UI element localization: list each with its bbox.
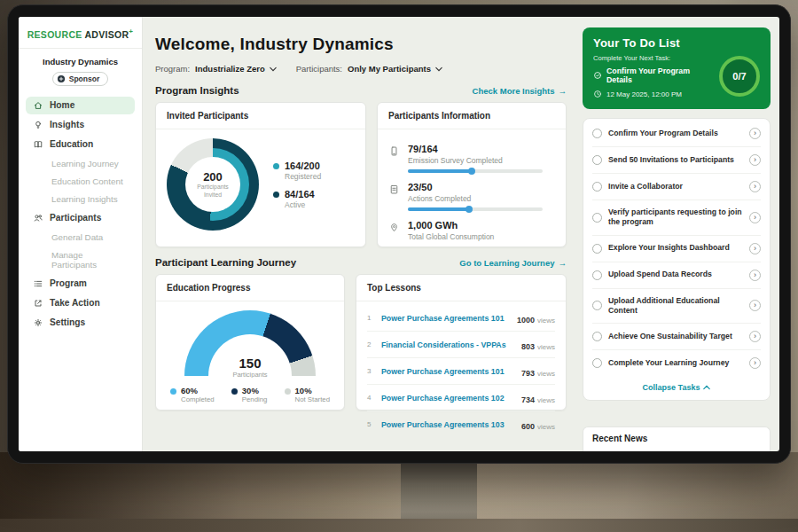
learning-journey-header: Participant Learning Journey Go to Learn…	[155, 257, 567, 268]
sidebar-nav: Home Insights Education Learning Journey…	[19, 92, 142, 336]
legend-item: 30% Pending	[231, 386, 268, 403]
chevron-right-icon[interactable]: ›	[749, 181, 761, 192]
people-icon	[33, 213, 43, 223]
lesson-link[interactable]: Power Purchase Agreements 101	[381, 314, 510, 323]
sponsor-label: Sponsor	[69, 74, 99, 83]
chevron-right-icon[interactable]: ›	[749, 212, 761, 223]
legend-label: Not Started	[295, 395, 330, 403]
sidebar-item-education[interactable]: Education	[26, 136, 135, 153]
checkbox-icon[interactable]	[592, 301, 602, 310]
org-name: Industry Dynamics	[19, 57, 142, 66]
sidebar-item-take-action[interactable]: Take Action	[26, 294, 135, 312]
chevron-right-icon[interactable]: ›	[749, 270, 761, 281]
checkbox-icon[interactable]	[592, 358, 602, 368]
home-icon	[33, 100, 43, 111]
monitor-frame: RESOURCE ADVISOR+ Industry Dynamics Spon…	[7, 4, 791, 464]
consumption-icon	[388, 222, 400, 233]
todo-item[interactable]: Explore Your Insights Dashboard ›	[592, 236, 761, 262]
card-title: Top Lessons	[356, 275, 566, 301]
chevron-right-icon[interactable]: ›	[749, 154, 761, 166]
check-more-insights-link[interactable]: Check More Insights →	[473, 86, 567, 96]
go-to-learning-journey-link[interactable]: Go to Learning Journey →	[459, 258, 567, 268]
program-select[interactable]: Industrialize Zero	[195, 64, 277, 74]
lesson-row: 1 Power Purchase Agreements 101 1000view…	[367, 305, 555, 332]
sidebar-item-insights[interactable]: Insights	[26, 116, 135, 134]
sidebar-item-general-data[interactable]: General Data	[26, 229, 135, 246]
sidebar-item-manage-participants[interactable]: Manage Participants	[26, 246, 135, 273]
lesson-rank: 1	[367, 314, 374, 322]
lesson-row: 4 Power Purchase Agreements 102 734views	[367, 385, 555, 411]
sidebar-item-label: Settings	[50, 317, 85, 327]
sidebar-item-label: Learning Insights	[51, 194, 118, 204]
donut-center-value: 200	[203, 170, 223, 184]
sidebar-item-label: Education	[50, 139, 93, 149]
next-task[interactable]: Confirm Your Program Details	[593, 66, 716, 84]
participants-filter-label: Participants:	[296, 64, 342, 74]
checkbox-icon[interactable]	[592, 129, 602, 138]
todo-item-label: Complete Your Learning Journey	[608, 358, 743, 368]
sidebar: RESOURCE ADVISOR+ Industry Dynamics Spon…	[19, 17, 143, 451]
stat-label: Actions Completed	[408, 194, 543, 203]
sidebar-item-home[interactable]: Home	[26, 97, 135, 114]
sidebar-item-label: Home	[50, 100, 74, 110]
sponsor-badge[interactable]: Sponsor	[52, 72, 108, 86]
todo-item[interactable]: Send 50 Invitations to Participants ›	[592, 147, 761, 174]
lesson-views: 1000	[517, 316, 535, 325]
todo-item[interactable]: Upload Additional Educational Content ›	[592, 289, 761, 325]
checkbox-icon[interactable]	[592, 182, 602, 192]
checkbox-icon[interactable]	[592, 270, 602, 280]
filter-bar: Program: Industrialize Zero Participants…	[155, 64, 567, 74]
todo-list-card: Confirm Your Program Details › Send 50 I…	[583, 118, 771, 401]
sidebar-item-participants[interactable]: Participants	[26, 209, 135, 227]
views-word: views	[537, 423, 555, 431]
sidebar-item-education-content[interactable]: Education Content	[26, 173, 135, 190]
chevron-right-icon[interactable]: ›	[749, 357, 761, 369]
chevron-right-icon[interactable]: ›	[749, 331, 761, 342]
todo-item[interactable]: Verify participants requesting to join t…	[592, 200, 761, 236]
sidebar-item-label: Participants	[50, 213, 101, 223]
legend-item: 84/164 Active	[273, 189, 321, 209]
legend-value: 164/200	[285, 160, 321, 171]
lesson-views: 793	[521, 369, 535, 378]
checkbox-icon[interactable]	[592, 244, 602, 254]
checkbox-icon[interactable]	[592, 155, 602, 165]
legend-label: Active	[285, 200, 315, 209]
sidebar-item-learning-journey[interactable]: Learning Journey	[26, 155, 135, 172]
legend-dot	[231, 388, 238, 395]
sidebar-item-learning-insights[interactable]: Learning Insights	[26, 191, 135, 207]
lesson-link[interactable]: Power Purchase Agreements 101	[381, 367, 514, 376]
lesson-link[interactable]: Power Purchase Agreements 103	[381, 420, 514, 429]
chevron-right-icon[interactable]: ›	[749, 128, 761, 139]
legend-value: 84/164	[285, 189, 315, 200]
todo-column: Your To Do List Complete Your Next Task:…	[577, 17, 779, 451]
todo-item[interactable]: Upload Spend Data Records ›	[592, 262, 761, 289]
stat-value: 79/164	[408, 144, 543, 154]
todo-item[interactable]: Complete Your Learning Journey ›	[592, 350, 761, 376]
legend-item: 60% Completed	[170, 386, 215, 403]
participants-select[interactable]: Only My Participants	[348, 64, 442, 74]
checkbox-icon[interactable]	[592, 332, 602, 341]
sidebar-item-program[interactable]: Program	[26, 275, 135, 293]
legend-value: 60%	[181, 386, 215, 395]
legend-label: Pending	[242, 395, 268, 403]
todo-summary-card: Your To Do List Complete Your Next Task:…	[583, 27, 771, 109]
lesson-link[interactable]: Financial Considerations - VPPAs	[381, 340, 514, 349]
collapse-label: Collapse Tasks	[643, 383, 700, 392]
recent-news-header[interactable]: Recent News	[583, 426, 771, 451]
todo-item[interactable]: Achieve One Sustainability Target ›	[592, 324, 761, 350]
link-label: Go to Learning Journey	[459, 258, 554, 268]
photo-background: RESOURCE ADVISOR+ Industry Dynamics Spon…	[0, 0, 798, 532]
sidebar-item-settings[interactable]: Settings	[26, 314, 135, 332]
list-icon	[33, 278, 43, 289]
card-title: Invited Participants	[156, 103, 365, 129]
chevron-right-icon[interactable]: ›	[749, 243, 761, 254]
todo-item[interactable]: Confirm Your Program Details ›	[592, 121, 761, 147]
lesson-link[interactable]: Power Purchase Agreements 102	[381, 394, 514, 403]
lesson-rank: 3	[367, 367, 374, 375]
chevron-right-icon[interactable]: ›	[749, 300, 761, 311]
checkbox-icon[interactable]	[592, 213, 602, 223]
todo-item[interactable]: Invite a Collaborator ›	[592, 174, 761, 200]
donut-center-label: Participants Invited	[192, 184, 233, 199]
legend-item: 10% Not Started	[285, 386, 330, 403]
collapse-tasks-link[interactable]: Collapse Tasks	[592, 376, 761, 396]
